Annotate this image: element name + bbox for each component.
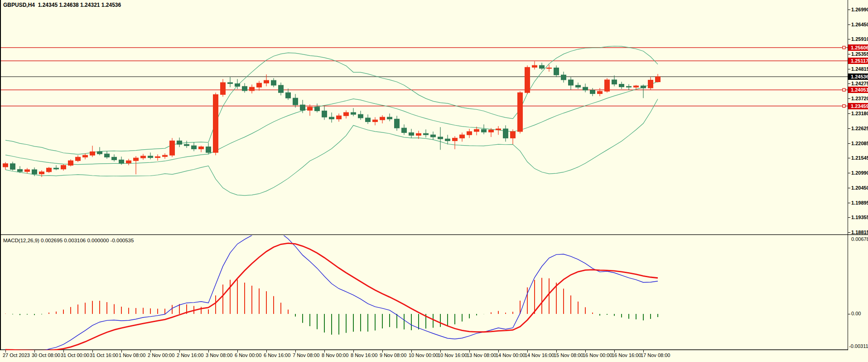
candle-body[interactable] xyxy=(612,80,617,84)
candle-body[interactable] xyxy=(329,117,334,119)
candle-body[interactable] xyxy=(134,158,139,161)
candle-body[interactable] xyxy=(32,170,37,174)
candle-body[interactable] xyxy=(656,77,661,82)
candle-body[interactable] xyxy=(344,113,349,116)
time-axis-label[interactable]: 3 Nov 08:00 xyxy=(206,352,232,358)
time-axis-label[interactable]: 31 Oct 16:00 xyxy=(90,352,118,358)
time-axis-label[interactable]: 1 Nov 08:00 xyxy=(119,352,145,358)
hline-marker-icon[interactable] xyxy=(843,46,845,49)
candle-body[interactable] xyxy=(163,155,168,157)
candle-body[interactable] xyxy=(576,85,581,87)
candle-body[interactable] xyxy=(569,80,574,85)
candle-body[interactable] xyxy=(192,146,197,149)
candle-body[interactable] xyxy=(250,87,255,91)
time-axis-label[interactable]: 10 Nov 16:00 xyxy=(438,352,467,358)
candle-body[interactable] xyxy=(351,113,356,114)
time-axis-label[interactable]: 6 Nov 00:00 xyxy=(235,352,261,358)
candle-body[interactable] xyxy=(76,157,81,161)
candle-body[interactable] xyxy=(126,161,131,163)
candle-body[interactable] xyxy=(525,67,530,93)
price-chart-canvas[interactable] xyxy=(0,0,868,235)
candle-body[interactable] xyxy=(271,80,276,85)
candle-body[interactable] xyxy=(90,152,95,155)
candle-body[interactable] xyxy=(264,80,269,83)
candle-body[interactable] xyxy=(453,138,458,141)
candle-body[interactable] xyxy=(257,83,262,87)
candle-body[interactable] xyxy=(337,116,342,119)
candle-body[interactable] xyxy=(467,132,472,135)
candle-body[interactable] xyxy=(286,93,291,98)
candle-body[interactable] xyxy=(474,129,479,132)
candle-body[interactable] xyxy=(561,75,566,80)
candle-body[interactable] xyxy=(503,129,508,138)
candle-body[interactable] xyxy=(300,105,305,110)
time-axis-label[interactable]: 6 Nov 16:00 xyxy=(264,352,290,358)
macd-indicator-canvas[interactable] xyxy=(0,235,868,350)
candle-body[interactable] xyxy=(547,68,552,68)
candle-body[interactable] xyxy=(155,157,160,157)
candle-body[interactable] xyxy=(279,85,284,93)
candle-body[interactable] xyxy=(112,157,117,160)
time-axis-label[interactable]: 15 Nov 08:00 xyxy=(554,352,583,358)
candle-body[interactable] xyxy=(39,172,44,174)
candle-body[interactable] xyxy=(358,114,363,118)
candle-body[interactable] xyxy=(496,129,501,130)
candle-body[interactable] xyxy=(373,120,378,122)
candle-body[interactable] xyxy=(10,164,15,170)
time-axis-label[interactable]: 27 Oct 2023 xyxy=(3,352,30,358)
candle-body[interactable] xyxy=(105,154,110,157)
time-axis-label[interactable]: 14 Nov 00:00 xyxy=(496,352,525,358)
candle-body[interactable] xyxy=(61,165,66,169)
candle-body[interactable] xyxy=(141,156,146,158)
candle-body[interactable] xyxy=(83,155,88,157)
candle-body[interactable] xyxy=(627,86,632,87)
candle-body[interactable] xyxy=(54,168,59,169)
candle-body[interactable] xyxy=(3,164,8,167)
time-axis-label[interactable]: 14 Nov 16:00 xyxy=(525,352,554,358)
candle-body[interactable] xyxy=(416,133,421,135)
time-axis-label[interactable]: 17 Nov 08:00 xyxy=(641,352,670,358)
candle-body[interactable] xyxy=(438,137,443,139)
candle-body[interactable] xyxy=(409,132,414,135)
candle-body[interactable] xyxy=(518,93,523,132)
candle-body[interactable] xyxy=(619,84,624,87)
candle-body[interactable] xyxy=(184,144,189,146)
time-axis-label[interactable]: 16 Nov 16:00 xyxy=(612,352,641,358)
candle-body[interactable] xyxy=(380,117,385,120)
candle-body[interactable] xyxy=(511,132,516,138)
candle-body[interactable] xyxy=(554,68,559,75)
candle-body[interactable] xyxy=(315,107,320,111)
candle-body[interactable] xyxy=(540,65,545,68)
time-axis-label[interactable]: 7 Nov 08:00 xyxy=(293,352,319,358)
candle-body[interactable] xyxy=(424,133,429,135)
candle-body[interactable] xyxy=(583,87,588,90)
candle-body[interactable] xyxy=(228,83,233,83)
time-axis-label[interactable]: 8 Nov 00:00 xyxy=(322,352,348,358)
candle-body[interactable] xyxy=(221,83,226,94)
hline-marker-icon[interactable] xyxy=(843,105,845,108)
candle-body[interactable] xyxy=(598,91,603,93)
time-axis-label[interactable]: 8 Nov 16:00 xyxy=(351,352,377,358)
candle-body[interactable] xyxy=(242,86,247,91)
candle-body[interactable] xyxy=(206,147,211,153)
candle-body[interactable] xyxy=(213,94,218,152)
candle-body[interactable] xyxy=(366,118,371,122)
candle-body[interactable] xyxy=(590,90,595,94)
candle-body[interactable] xyxy=(97,152,102,154)
time-axis-label[interactable]: 9 Nov 08:00 xyxy=(380,352,406,358)
candle-body[interactable] xyxy=(395,119,400,128)
candle-body[interactable] xyxy=(148,156,153,158)
time-axis-label[interactable]: 13 Nov 08:00 xyxy=(467,352,496,358)
candle-body[interactable] xyxy=(199,147,204,149)
candle-body[interactable] xyxy=(18,169,23,171)
candle-body[interactable] xyxy=(605,80,610,91)
candle-body[interactable] xyxy=(402,128,407,132)
time-axis-label[interactable]: 2 Nov 16:00 xyxy=(177,352,203,358)
candle-body[interactable] xyxy=(47,168,52,171)
candle-body[interactable] xyxy=(387,117,392,119)
candle-body[interactable] xyxy=(177,141,182,144)
candle-body[interactable] xyxy=(25,170,30,171)
time-axis-label[interactable]: 2 Nov 00:00 xyxy=(148,352,174,358)
candle-body[interactable] xyxy=(532,65,537,67)
time-axis-label[interactable]: 16 Nov 00:00 xyxy=(583,352,612,358)
